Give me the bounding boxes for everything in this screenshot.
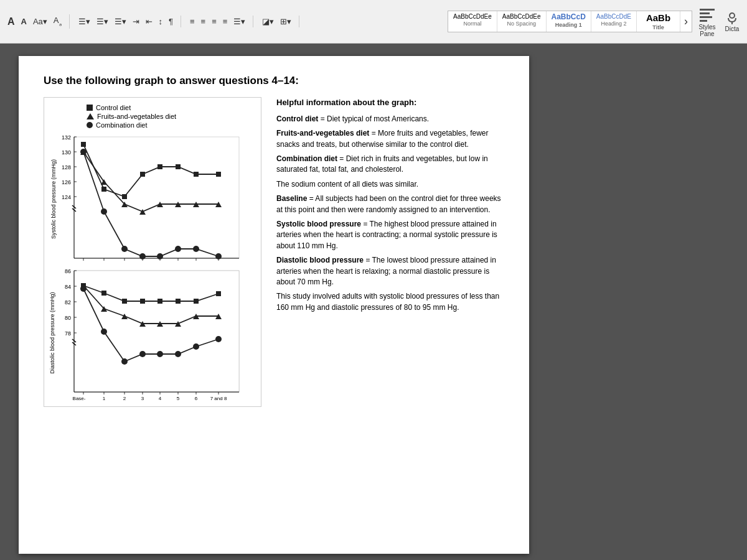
svg-text:Systolic blood pressure (mmHg): Systolic blood pressure (mmHg): [50, 159, 57, 239]
info-heading: Helpful information about the graph:: [276, 97, 504, 109]
indent-increase[interactable]: ⇥: [130, 16, 142, 27]
svg-text:84: 84: [65, 284, 71, 290]
page: Use the following graph to answer questi…: [19, 56, 529, 554]
svg-text:132: 132: [62, 134, 71, 141]
styles-pane-label: StylesPane: [698, 24, 715, 37]
styles-pane-button[interactable]: StylesPane: [695, 5, 720, 39]
svg-rect-38: [216, 172, 221, 177]
info-p5: Baseline = All subjects had been on the …: [276, 194, 504, 215]
svg-point-110: [175, 351, 181, 357]
toolbar: A A Aa▾ Aₐ ☰▾ ☰▾ ☰▾ ⇥ ⇤ ↕ ¶ ≡ ≡ ≡ ≡ ☰▾ ◪…: [0, 0, 747, 44]
svg-text:2: 2: [123, 396, 126, 401]
list-button[interactable]: ☰▾: [76, 16, 93, 27]
style-h2-text: AaBbCcDdE: [596, 13, 631, 20]
info-diastolic-bold: Diastolic blood pressure: [276, 256, 364, 264]
svg-point-111: [193, 343, 199, 350]
pilcrow-button[interactable]: ¶: [166, 16, 176, 27]
alignment-group: ≡ ≡ ≡ ≡ ☰▾: [187, 16, 253, 27]
style-heading1[interactable]: AaBbCcD Heading 1: [547, 11, 591, 32]
indent-group: ☰▾ ☰▾ ☰▾ ⇥ ⇤ ↕ ¶: [76, 16, 181, 27]
style-normal[interactable]: AaBbCcDdEe Normal: [448, 11, 497, 32]
svg-text:5: 5: [177, 396, 180, 401]
svg-text:130: 130: [62, 149, 71, 156]
svg-point-106: [101, 329, 107, 335]
svg-rect-1: [700, 12, 710, 14]
legend-square-icon: [87, 105, 93, 111]
font-a2-button[interactable]: A: [19, 16, 29, 27]
font-a-button[interactable]: A: [5, 15, 17, 29]
content-area: Control diet Fruits-and-vegetables diet …: [44, 97, 504, 407]
svg-text:86: 86: [65, 268, 71, 274]
svg-point-49: [121, 246, 128, 252]
list2-button[interactable]: ☰▾: [94, 16, 111, 27]
info-combo-bold: Combination diet: [276, 154, 337, 163]
svg-point-48: [101, 208, 107, 215]
svg-point-105: [80, 286, 87, 292]
shading-group: ◪▾ ⊞▾: [260, 16, 299, 27]
style-title-text: AaBb: [646, 12, 670, 23]
info-p6: Systolic blood pressure = The highest bl…: [276, 219, 504, 251]
svg-rect-91: [122, 299, 127, 304]
svg-text:78: 78: [65, 330, 71, 337]
align-left[interactable]: ≡: [187, 16, 197, 27]
legend-combo: Combination diet: [87, 121, 256, 129]
info-p3: Combination diet = Diet rich in fruits a…: [276, 154, 504, 175]
style-title-label: Title: [642, 24, 675, 30]
svg-text:80: 80: [65, 315, 71, 321]
svg-text:128: 128: [62, 164, 71, 170]
svg-point-4: [730, 13, 735, 18]
info-p4: The sodium content of all diets was simi…: [276, 179, 504, 190]
svg-rect-31: [81, 142, 86, 147]
svg-point-107: [121, 358, 128, 365]
legend-control: Control diet: [87, 104, 256, 111]
toolbar-left: A A Aa▾ Aₐ ☰▾ ☰▾ ☰▾ ⇥ ⇤ ↕ ¶ ≡ ≡ ≡ ≡ ☰▾ ◪…: [5, 14, 445, 29]
legend-fruits-label: Fruits-and-vegetables diet: [97, 113, 176, 120]
svg-point-53: [193, 246, 199, 252]
style-gallery: AaBbCcDdEe Normal AaBbCcDdEe No Spacing …: [448, 11, 692, 32]
svg-point-52: [175, 246, 181, 252]
svg-rect-94: [176, 299, 181, 304]
sort-button[interactable]: ↕: [156, 16, 166, 27]
info-baseline-bold: Baseline: [276, 194, 307, 203]
graph-container: Control diet Fruits-and-vegetables diet …: [44, 97, 261, 407]
dictate-button[interactable]: Dicta: [722, 9, 742, 34]
indent-decrease[interactable]: ⇤: [143, 16, 155, 27]
svg-text:124: 124: [62, 194, 71, 200]
svg-point-109: [157, 351, 163, 357]
question-heading: Use the following graph to answer questi…: [44, 75, 504, 87]
info-panel: Helpful information about the graph: Con…: [276, 97, 504, 407]
line-spacing[interactable]: ☰▾: [231, 16, 248, 27]
style-gallery-expand[interactable]: ›: [680, 11, 692, 32]
svg-rect-35: [157, 164, 162, 169]
style-title[interactable]: AaBb Title: [637, 11, 680, 32]
legend-combo-label: Combination diet: [96, 121, 148, 129]
svg-text:4: 4: [159, 396, 162, 401]
style-nospace[interactable]: AaBbCcDdEe No Spacing: [497, 11, 547, 32]
legend-triangle-icon: [87, 113, 94, 119]
style-normal-label: Normal: [453, 21, 492, 27]
style-h2-label: Heading 2: [596, 21, 631, 27]
style-heading2[interactable]: AaBbCcDdE Heading 2: [591, 11, 637, 32]
list3-button[interactable]: ☰▾: [112, 16, 129, 27]
svg-text:Diastolic blood pressure (mmHg: Diastolic blood pressure (mmHg): [49, 292, 55, 373]
info-systolic-bold: Systolic blood pressure: [276, 220, 361, 228]
legend-fruits: Fruits-and-vegetables diet: [87, 113, 256, 120]
svg-text:6: 6: [195, 396, 198, 401]
align-center[interactable]: ≡: [199, 16, 209, 27]
border-button[interactable]: ⊞▾: [278, 16, 294, 27]
svg-text:126: 126: [62, 179, 71, 185]
svg-rect-32: [101, 187, 106, 192]
svg-rect-34: [140, 172, 145, 177]
shading-button[interactable]: ◪▾: [260, 16, 276, 27]
align-justify[interactable]: ≡: [220, 16, 230, 27]
svg-rect-92: [140, 299, 145, 304]
font-ap-button[interactable]: Aₐ: [51, 14, 64, 29]
svg-rect-33: [122, 194, 127, 199]
info-p7: Diastolic blood pressure = The lowest bl…: [276, 255, 504, 287]
svg-text:1: 1: [103, 396, 106, 401]
font-aa-button[interactable]: Aa▾: [31, 16, 50, 27]
align-right[interactable]: ≡: [209, 16, 219, 27]
info-p8: This study involved adults with systolic…: [276, 291, 504, 313]
style-nospace-text: AaBbCcDdEe: [502, 13, 541, 20]
svg-rect-3: [700, 20, 707, 22]
